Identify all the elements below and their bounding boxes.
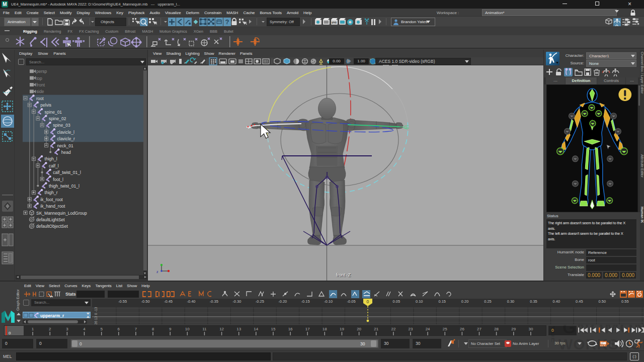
svg-text:2: 2 bbox=[49, 327, 51, 331]
svg-text:8: 8 bbox=[152, 327, 154, 331]
svg-text:-0.50: -0.50 bbox=[141, 299, 150, 304]
svg-text:thigh_twist_01_l: thigh_twist_01_l bbox=[49, 184, 79, 189]
svg-text:root: root bbox=[36, 96, 44, 101]
svg-text:calf_l: calf_l bbox=[49, 163, 59, 168]
svg-text:Stats: Stats bbox=[65, 292, 76, 297]
svg-text:upperarm_r: upperarm_r bbox=[40, 313, 64, 318]
svg-text:head: head bbox=[61, 150, 71, 155]
svg-text:thigh_r: thigh_r bbox=[45, 190, 58, 195]
svg-text:29: 29 bbox=[511, 327, 516, 331]
svg-text:27: 27 bbox=[477, 327, 481, 331]
svg-text:0: 0 bbox=[367, 299, 369, 304]
svg-text:15: 15 bbox=[271, 327, 276, 331]
svg-text:22: 22 bbox=[391, 327, 395, 331]
svg-text:ik_hand_root: ik_hand_root bbox=[40, 204, 65, 209]
svg-text:14: 14 bbox=[254, 327, 258, 331]
svg-text:0.40: 0.40 bbox=[553, 299, 560, 304]
svg-text:defaultLightSet: defaultLightSet bbox=[36, 217, 65, 222]
svg-text:9: 9 bbox=[169, 327, 172, 331]
svg-text:-0.35: -0.35 bbox=[210, 299, 218, 304]
svg-text:persp: persp bbox=[36, 69, 47, 74]
svg-text:0.05: 0.05 bbox=[393, 299, 400, 304]
svg-text:11: 11 bbox=[202, 327, 207, 331]
svg-text:-0.55: -0.55 bbox=[118, 299, 127, 304]
svg-text:0.10: 0.10 bbox=[416, 299, 423, 304]
svg-text:spine_03: spine_03 bbox=[53, 123, 70, 128]
svg-text:z: z bbox=[156, 270, 158, 274]
svg-text:18: 18 bbox=[323, 327, 327, 331]
svg-text:7: 7 bbox=[135, 327, 137, 331]
svg-text:26: 26 bbox=[460, 327, 464, 331]
svg-text:25: 25 bbox=[443, 327, 447, 331]
svg-text:13: 13 bbox=[236, 327, 241, 331]
svg-text:6: 6 bbox=[118, 327, 120, 331]
svg-text:-0.15: -0.15 bbox=[301, 299, 310, 304]
svg-text:0.35: 0.35 bbox=[530, 299, 537, 304]
svg-text:ik_foot_root: ik_foot_root bbox=[40, 197, 63, 202]
svg-text:0.30: 0.30 bbox=[507, 299, 515, 304]
svg-text:0.25: 0.25 bbox=[484, 299, 492, 304]
svg-text:0.20: 0.20 bbox=[461, 299, 469, 304]
svg-text:defaultObjectSet: defaultObjectSet bbox=[36, 224, 68, 229]
svg-text:foot_l: foot_l bbox=[53, 177, 63, 182]
svg-text:10: 10 bbox=[185, 327, 190, 331]
svg-text:24: 24 bbox=[426, 327, 430, 331]
svg-text:1: 1 bbox=[32, 327, 34, 331]
svg-text:clavicle_l: clavicle_l bbox=[57, 130, 75, 135]
svg-text:front -Z: front -Z bbox=[336, 273, 351, 278]
svg-text:side: side bbox=[36, 89, 44, 94]
svg-text:-0.45: -0.45 bbox=[164, 299, 173, 304]
svg-text:IPR: IPR bbox=[332, 21, 337, 24]
svg-text:0.50: 0.50 bbox=[599, 299, 606, 304]
svg-text:-0.05: -0.05 bbox=[347, 299, 356, 304]
svg-text:28: 28 bbox=[494, 327, 499, 331]
svg-text:4: 4 bbox=[83, 327, 86, 331]
svg-text:spine_01: spine_01 bbox=[45, 110, 62, 115]
svg-text:23: 23 bbox=[409, 327, 413, 331]
svg-text:0.55: 0.55 bbox=[621, 299, 629, 304]
svg-text:0.15: 0.15 bbox=[438, 299, 446, 304]
svg-text:12: 12 bbox=[219, 327, 224, 331]
svg-text:neck_01: neck_01 bbox=[57, 143, 73, 148]
svg-text:?: ? bbox=[225, 18, 229, 26]
svg-text:thigh_l: thigh_l bbox=[45, 156, 57, 161]
svg-text:SK_Mannequin_LodGroup: SK_Mannequin_LodGroup bbox=[36, 211, 87, 216]
svg-text:17: 17 bbox=[305, 327, 310, 331]
svg-text:-0.40: -0.40 bbox=[187, 299, 195, 304]
svg-text:-0.25: -0.25 bbox=[256, 299, 264, 304]
svg-text:21: 21 bbox=[374, 327, 378, 331]
svg-text:-0.10: -0.10 bbox=[324, 299, 333, 304]
svg-text:20: 20 bbox=[357, 327, 361, 331]
svg-text:-0.20: -0.20 bbox=[278, 299, 287, 304]
svg-text:spine_02: spine_02 bbox=[49, 116, 66, 121]
svg-text:0.45: 0.45 bbox=[576, 299, 583, 304]
svg-text:front: front bbox=[36, 82, 45, 87]
svg-text:-0.30: -0.30 bbox=[232, 299, 241, 304]
svg-text:calf_twist_01_l: calf_twist_01_l bbox=[53, 170, 81, 175]
svg-text:30: 30 bbox=[528, 327, 533, 331]
svg-text:clavicle_r: clavicle_r bbox=[57, 136, 75, 141]
svg-text:top: top bbox=[36, 76, 42, 81]
svg-text:3: 3 bbox=[66, 327, 68, 331]
svg-text:16: 16 bbox=[288, 327, 293, 331]
svg-text:5: 5 bbox=[100, 327, 103, 331]
svg-text:19: 19 bbox=[340, 327, 344, 331]
svg-text:pelvis: pelvis bbox=[40, 103, 51, 108]
